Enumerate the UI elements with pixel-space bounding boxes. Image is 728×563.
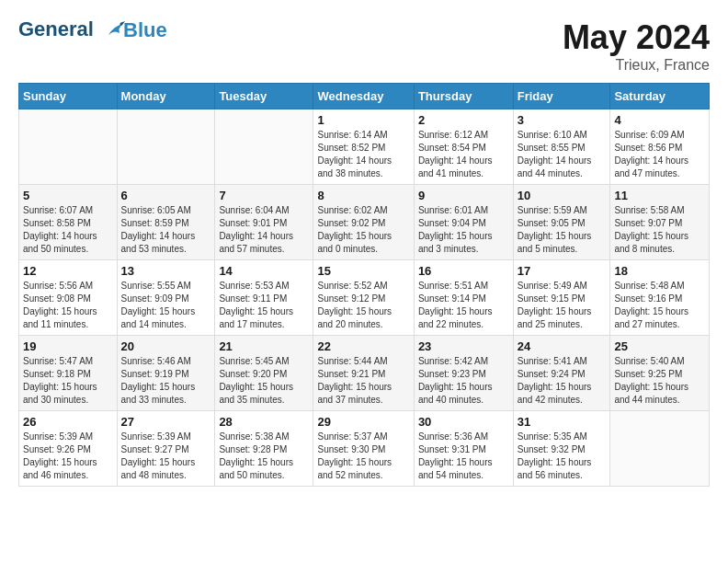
calendar-cell: 18Sunrise: 5:48 AM Sunset: 9:16 PM Dayli… bbox=[610, 260, 710, 336]
calendar-cell: 2Sunrise: 6:12 AM Sunset: 8:54 PM Daylig… bbox=[414, 109, 513, 185]
calendar-cell: 10Sunrise: 5:59 AM Sunset: 9:05 PM Dayli… bbox=[513, 185, 610, 260]
day-info: Sunrise: 5:56 AM Sunset: 9:08 PM Dayligh… bbox=[23, 280, 113, 331]
day-number: 12 bbox=[23, 264, 113, 278]
title-area: May 2024 Trieux, France bbox=[563, 18, 710, 74]
day-number: 18 bbox=[614, 264, 705, 278]
calendar-cell: 24Sunrise: 5:41 AM Sunset: 9:24 PM Dayli… bbox=[513, 336, 610, 411]
calendar-cell: 27Sunrise: 5:39 AM Sunset: 9:27 PM Dayli… bbox=[117, 411, 215, 487]
calendar-cell: 26Sunrise: 5:39 AM Sunset: 9:26 PM Dayli… bbox=[19, 411, 118, 487]
calendar-cell: 15Sunrise: 5:52 AM Sunset: 9:12 PM Dayli… bbox=[313, 260, 414, 336]
day-info: Sunrise: 5:35 AM Sunset: 9:32 PM Dayligh… bbox=[518, 431, 607, 482]
calendar-header-row: SundayMondayTuesdayWednesdayThursdayFrid… bbox=[19, 84, 710, 109]
calendar-cell bbox=[215, 109, 313, 185]
calendar-week-row: 5Sunrise: 6:07 AM Sunset: 8:58 PM Daylig… bbox=[19, 185, 710, 260]
calendar-cell: 23Sunrise: 5:42 AM Sunset: 9:23 PM Dayli… bbox=[414, 336, 513, 411]
day-number: 19 bbox=[23, 339, 113, 353]
calendar-cell: 13Sunrise: 5:55 AM Sunset: 9:09 PM Dayli… bbox=[117, 260, 215, 336]
logo-blue: Blue bbox=[123, 19, 167, 41]
calendar-cell: 17Sunrise: 5:49 AM Sunset: 9:15 PM Dayli… bbox=[513, 260, 610, 336]
calendar-cell: 25Sunrise: 5:40 AM Sunset: 9:25 PM Dayli… bbox=[610, 336, 710, 411]
day-number: 15 bbox=[317, 264, 409, 278]
day-of-week-header: Wednesday bbox=[313, 84, 414, 109]
day-number: 9 bbox=[418, 189, 509, 202]
day-of-week-header: Tuesday bbox=[215, 84, 313, 109]
day-number: 14 bbox=[219, 264, 309, 278]
day-number: 1 bbox=[317, 113, 409, 127]
day-info: Sunrise: 5:53 AM Sunset: 9:11 PM Dayligh… bbox=[219, 280, 309, 331]
calendar-cell: 29Sunrise: 5:37 AM Sunset: 9:30 PM Dayli… bbox=[313, 411, 414, 487]
day-info: Sunrise: 5:49 AM Sunset: 9:15 PM Dayligh… bbox=[518, 280, 607, 331]
day-info: Sunrise: 5:47 AM Sunset: 9:18 PM Dayligh… bbox=[23, 355, 113, 407]
day-number: 3 bbox=[518, 113, 607, 127]
page-header: General Blue May 2024 Trieux, France bbox=[18, 18, 710, 74]
day-number: 20 bbox=[121, 339, 211, 353]
day-number: 24 bbox=[518, 339, 607, 353]
day-number: 8 bbox=[317, 189, 409, 202]
day-info: Sunrise: 6:02 AM Sunset: 9:02 PM Dayligh… bbox=[317, 204, 409, 256]
day-info: Sunrise: 6:14 AM Sunset: 8:52 PM Dayligh… bbox=[317, 129, 409, 180]
day-info: Sunrise: 5:48 AM Sunset: 9:16 PM Dayligh… bbox=[614, 280, 705, 331]
day-info: Sunrise: 5:52 AM Sunset: 9:12 PM Dayligh… bbox=[317, 280, 409, 331]
day-number: 23 bbox=[418, 339, 509, 353]
day-number: 4 bbox=[614, 113, 705, 127]
calendar-cell bbox=[610, 411, 710, 487]
calendar-cell bbox=[117, 109, 215, 185]
day-of-week-header: Thursday bbox=[414, 84, 513, 109]
day-info: Sunrise: 5:36 AM Sunset: 9:31 PM Dayligh… bbox=[418, 431, 509, 482]
day-number: 10 bbox=[518, 189, 607, 202]
calendar-cell: 11Sunrise: 5:58 AM Sunset: 9:07 PM Dayli… bbox=[610, 185, 710, 260]
calendar-cell: 7Sunrise: 6:04 AM Sunset: 9:01 PM Daylig… bbox=[215, 185, 313, 260]
day-info: Sunrise: 5:39 AM Sunset: 9:27 PM Dayligh… bbox=[121, 431, 211, 482]
day-of-week-header: Sunday bbox=[19, 84, 118, 109]
day-number: 13 bbox=[121, 264, 211, 278]
calendar-week-row: 26Sunrise: 5:39 AM Sunset: 9:26 PM Dayli… bbox=[19, 411, 710, 487]
calendar-cell: 8Sunrise: 6:02 AM Sunset: 9:02 PM Daylig… bbox=[313, 185, 414, 260]
calendar-cell: 3Sunrise: 6:10 AM Sunset: 8:55 PM Daylig… bbox=[513, 109, 610, 185]
calendar-week-row: 1Sunrise: 6:14 AM Sunset: 8:52 PM Daylig… bbox=[19, 109, 710, 185]
calendar-cell: 1Sunrise: 6:14 AM Sunset: 8:52 PM Daylig… bbox=[313, 109, 414, 185]
day-info: Sunrise: 6:12 AM Sunset: 8:54 PM Dayligh… bbox=[418, 129, 509, 180]
day-info: Sunrise: 6:04 AM Sunset: 9:01 PM Dayligh… bbox=[219, 204, 309, 256]
calendar-cell: 19Sunrise: 5:47 AM Sunset: 9:18 PM Dayli… bbox=[19, 336, 118, 411]
logo-bird-icon bbox=[101, 18, 125, 42]
day-number: 5 bbox=[23, 189, 113, 202]
day-info: Sunrise: 5:46 AM Sunset: 9:19 PM Dayligh… bbox=[121, 355, 211, 407]
logo-text: General bbox=[18, 18, 125, 42]
day-info: Sunrise: 5:59 AM Sunset: 9:05 PM Dayligh… bbox=[518, 204, 607, 256]
calendar-cell: 14Sunrise: 5:53 AM Sunset: 9:11 PM Dayli… bbox=[215, 260, 313, 336]
calendar-cell: 28Sunrise: 5:38 AM Sunset: 9:28 PM Dayli… bbox=[215, 411, 313, 487]
calendar-week-row: 19Sunrise: 5:47 AM Sunset: 9:18 PM Dayli… bbox=[19, 336, 710, 411]
day-number: 6 bbox=[121, 189, 211, 202]
calendar-cell: 6Sunrise: 6:05 AM Sunset: 8:59 PM Daylig… bbox=[117, 185, 215, 260]
calendar-cell: 5Sunrise: 6:07 AM Sunset: 8:58 PM Daylig… bbox=[19, 185, 118, 260]
day-info: Sunrise: 5:51 AM Sunset: 9:14 PM Dayligh… bbox=[418, 280, 509, 331]
day-number: 7 bbox=[219, 189, 309, 202]
day-number: 2 bbox=[418, 113, 509, 127]
month-year-title: May 2024 bbox=[563, 18, 710, 57]
day-number: 31 bbox=[518, 415, 607, 429]
day-number: 25 bbox=[614, 339, 705, 353]
calendar-cell: 20Sunrise: 5:46 AM Sunset: 9:19 PM Dayli… bbox=[117, 336, 215, 411]
day-number: 30 bbox=[418, 415, 509, 429]
day-number: 29 bbox=[317, 415, 409, 429]
day-of-week-header: Saturday bbox=[610, 84, 710, 109]
day-info: Sunrise: 6:01 AM Sunset: 9:04 PM Dayligh… bbox=[418, 204, 509, 256]
day-info: Sunrise: 6:10 AM Sunset: 8:55 PM Dayligh… bbox=[518, 129, 607, 180]
calendar-cell: 22Sunrise: 5:44 AM Sunset: 9:21 PM Dayli… bbox=[313, 336, 414, 411]
calendar-cell bbox=[19, 109, 118, 185]
day-number: 27 bbox=[121, 415, 211, 429]
calendar-table: SundayMondayTuesdayWednesdayThursdayFrid… bbox=[18, 83, 710, 487]
day-of-week-header: Friday bbox=[513, 84, 610, 109]
day-number: 17 bbox=[518, 264, 607, 278]
calendar-cell: 21Sunrise: 5:45 AM Sunset: 9:20 PM Dayli… bbox=[215, 336, 313, 411]
day-info: Sunrise: 5:44 AM Sunset: 9:21 PM Dayligh… bbox=[317, 355, 409, 407]
day-info: Sunrise: 6:07 AM Sunset: 8:58 PM Dayligh… bbox=[23, 204, 113, 256]
day-info: Sunrise: 6:09 AM Sunset: 8:56 PM Dayligh… bbox=[614, 129, 705, 180]
day-number: 28 bbox=[219, 415, 309, 429]
day-info: Sunrise: 5:39 AM Sunset: 9:26 PM Dayligh… bbox=[23, 431, 113, 482]
day-number: 16 bbox=[418, 264, 509, 278]
calendar-cell: 31Sunrise: 5:35 AM Sunset: 9:32 PM Dayli… bbox=[513, 411, 610, 487]
calendar-cell: 30Sunrise: 5:36 AM Sunset: 9:31 PM Dayli… bbox=[414, 411, 513, 487]
day-info: Sunrise: 5:37 AM Sunset: 9:30 PM Dayligh… bbox=[317, 431, 409, 482]
day-of-week-header: Monday bbox=[117, 84, 215, 109]
